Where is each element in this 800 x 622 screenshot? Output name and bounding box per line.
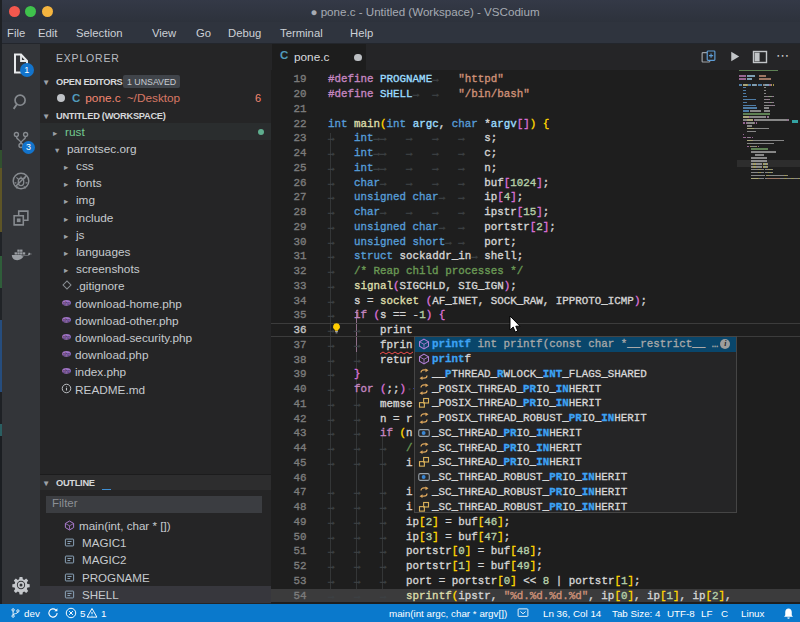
svg-text:php: php — [63, 335, 71, 340]
svg-text:php: php — [63, 369, 71, 374]
svg-text:php: php — [63, 300, 71, 305]
svg-text:php: php — [63, 352, 71, 357]
svg-text:php: php — [63, 317, 71, 322]
